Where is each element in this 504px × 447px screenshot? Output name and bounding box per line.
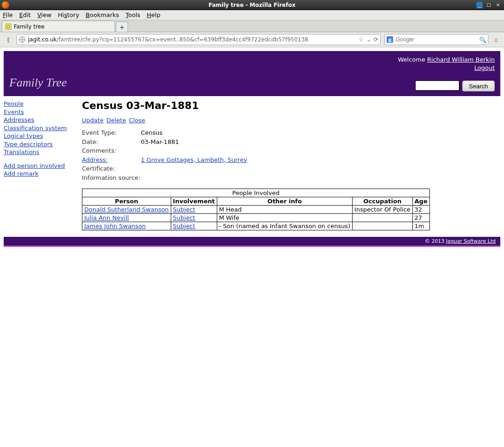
home-button[interactable]: ⌂ — [492, 35, 500, 44]
browser-menubar: File Edit View History Bookmarks Tools H… — [0, 10, 504, 20]
label-address-link[interactable]: Address: — [82, 156, 108, 163]
value-date: 03-Mar-1881 — [141, 138, 179, 147]
welcome-prefix: Welcome — [398, 56, 427, 63]
table-row: Julia Ann NevillSubjectM Wife27 — [82, 214, 430, 222]
search-icon[interactable]: 🔍 — [480, 36, 486, 43]
url-text: jagit.co.uk/famtree/cfe.py?cq=112455767&… — [28, 36, 356, 43]
label-comments: Comments: — [82, 146, 141, 155]
th-occupation: Occupation — [353, 197, 412, 206]
menu-edit[interactable]: Edit — [19, 11, 31, 18]
window-title: Family tree - Mozilla Firefox — [0, 2, 504, 8]
th-person: Person — [82, 197, 171, 206]
search-engine-icon[interactable]: g — [387, 36, 393, 43]
nav-toolbar: ⟪ jagit.co.uk/famtree/cfe.py?cq=11245576… — [0, 32, 504, 47]
cell-info: M Wife — [217, 214, 352, 222]
main-content: Census 03-Mar-1881 Update Delete Close E… — [82, 100, 500, 230]
menu-help[interactable]: Help — [147, 11, 161, 18]
sidebar-events[interactable]: Events — [4, 108, 74, 116]
involvement-link[interactable]: Subject — [173, 214, 196, 221]
cell-info: M Head — [217, 206, 352, 214]
menu-bookmarks[interactable]: Bookmarks — [86, 11, 119, 18]
cell-info: - Son (named as Infant Swanson on census… — [217, 222, 352, 230]
menu-tools[interactable]: Tools — [126, 11, 140, 18]
tab-label: Family tree — [14, 23, 45, 30]
th-age: Age — [412, 197, 429, 206]
action-delete[interactable]: Delete — [106, 117, 126, 124]
value-address-link[interactable]: 1 Grove Gottages, Lambeth, Surrey — [141, 155, 247, 165]
back-button[interactable]: ⟪ — [4, 35, 13, 44]
plus-icon: + — [119, 23, 125, 31]
tab-strip: Family tree + — [0, 20, 504, 32]
person-link[interactable]: James John Swanson — [84, 223, 146, 229]
site-header: Welcome Richard William Berkin Logout Fa… — [4, 51, 500, 96]
footer-company-link[interactable]: Jaguar Software Ltd — [446, 238, 496, 244]
table-row: Donald Sutherland SwansonSubjectM HeadIn… — [82, 206, 430, 214]
new-tab-button[interactable]: + — [116, 22, 128, 32]
site-search-input[interactable] — [415, 80, 459, 91]
cell-occupation: Inspector Of Police — [353, 206, 412, 214]
person-link[interactable]: Donald Sutherland Swanson — [84, 206, 169, 213]
cell-age: 27 — [412, 214, 429, 222]
table-row: James John SwansonSubject- Son (named as… — [82, 222, 430, 230]
action-links: Update Delete Close — [82, 117, 500, 124]
sidebar-translations[interactable]: Translations — [4, 148, 74, 156]
menu-history[interactable]: History — [58, 11, 79, 18]
sidebar-logical-types[interactable]: Logical types — [4, 132, 74, 140]
search-bar[interactable]: g 🔍 — [384, 34, 488, 45]
sidebar-add-remark[interactable]: Add remark — [4, 170, 74, 178]
th-other-info: Other info — [217, 197, 352, 206]
sidebar: People Events Addresses Classification s… — [4, 100, 74, 230]
action-close[interactable]: Close — [129, 117, 145, 124]
cell-occupation — [353, 214, 412, 222]
sidebar-type-descriptors[interactable]: Type descriptors — [4, 140, 74, 149]
th-involvement: Involvement — [171, 197, 217, 206]
label-event-type: Event Type: — [82, 128, 141, 138]
footer-copyright: © 2013 — [425, 238, 446, 244]
sidebar-people[interactable]: People — [4, 100, 74, 108]
value-event-type: Census — [141, 128, 162, 138]
username-link[interactable]: Richard William Berkin — [427, 56, 495, 63]
sidebar-classification[interactable]: Classification system — [4, 124, 74, 132]
url-bar[interactable]: jagit.co.uk/famtree/cfe.py?cq=112455767&… — [17, 34, 381, 45]
welcome-block: Welcome Richard William Berkin Logout — [398, 56, 495, 72]
table-caption: People Involved — [82, 189, 430, 197]
label-certificate: Certificate: — [82, 164, 141, 173]
sidebar-add-person[interactable]: Add person involved — [4, 162, 74, 170]
action-update[interactable]: Update — [82, 117, 104, 124]
logout-link[interactable]: Logout — [474, 64, 495, 71]
cell-age: 1m — [412, 222, 429, 230]
menu-file[interactable]: File — [3, 11, 13, 18]
person-link[interactable]: Julia Ann Nevill — [84, 214, 129, 221]
site-search-button[interactable]: Search — [462, 80, 495, 92]
site-icon — [5, 23, 12, 30]
globe-icon — [19, 36, 25, 43]
reload-icon[interactable]: ⟳ — [374, 36, 378, 43]
tab-active[interactable]: Family tree — [2, 21, 115, 32]
window-titlebar: Family tree - Mozilla Firefox _ □ × — [0, 0, 504, 10]
search-input[interactable] — [395, 36, 478, 43]
involvement-link[interactable]: Subject — [173, 223, 196, 229]
menu-view[interactable]: View — [37, 11, 52, 18]
label-date: Date: — [82, 138, 141, 147]
people-table: People Involved Person Involvement Other… — [82, 189, 430, 230]
page-heading: Census 03-Mar-1881 — [82, 100, 500, 111]
label-source: Information source: — [82, 173, 141, 183]
page-footer: © 2013 Jaguar Software Ltd — [4, 237, 500, 247]
cell-age: 32 — [412, 206, 429, 214]
involvement-link[interactable]: Subject — [173, 206, 196, 213]
bookmark-star-icon[interactable]: ☆ — [359, 36, 364, 43]
url-dropdown-icon[interactable]: ⌄ — [366, 36, 371, 43]
cell-occupation — [353, 222, 412, 230]
sidebar-addresses[interactable]: Addresses — [4, 116, 74, 124]
